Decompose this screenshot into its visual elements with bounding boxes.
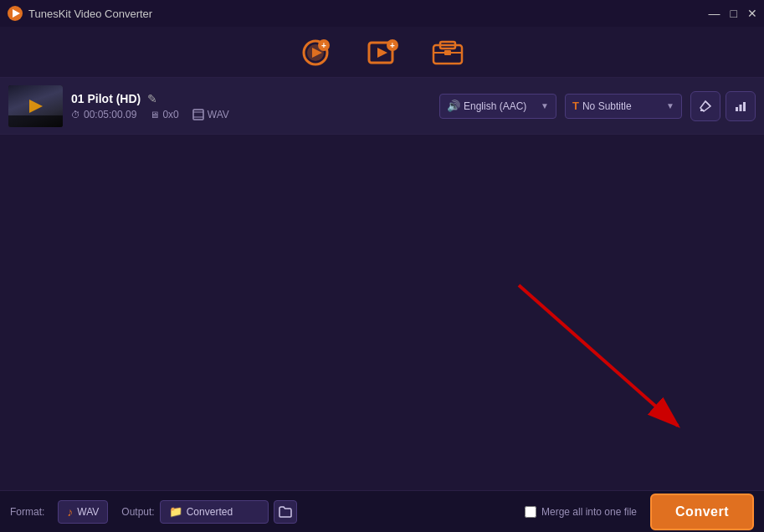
- subtitle-icon: T: [572, 100, 579, 112]
- convert-button[interactable]: Convert: [650, 494, 754, 530]
- merge-checkbox[interactable]: [525, 506, 536, 518]
- audio-icon: 🔊: [447, 100, 460, 112]
- merge-label[interactable]: Merge all into one file: [541, 506, 637, 518]
- file-area: 01 Pilot (HD) ✎ ⏱ 00:05:00.09 🖥 0x0: [0, 78, 764, 135]
- output-section: Output: 📁 Converted: [121, 500, 296, 524]
- minimize-button[interactable]: —: [709, 8, 720, 19]
- toolbox-button[interactable]: [428, 35, 468, 70]
- file-info: 01 Pilot (HD) ✎ ⏱ 00:05:00.09 🖥 0x0: [71, 92, 431, 120]
- resolution-meta: 🖥 0x0: [150, 109, 178, 120]
- format-value-box: ♪ WAV: [58, 500, 108, 524]
- maximize-button[interactable]: □: [731, 8, 737, 19]
- clock-icon: ⏱: [71, 110, 80, 120]
- add-video-button[interactable]: +: [297, 35, 337, 70]
- stats-icon: [734, 100, 747, 113]
- svg-rect-19: [736, 107, 738, 111]
- title-bar-controls: — □ ✕: [709, 8, 757, 19]
- add-blu-ray-button[interactable]: +: [362, 35, 403, 70]
- title-bar: TunesKit Video Converter — □ ✕: [0, 0, 764, 27]
- bottom-bar: Format: ♪ WAV Output: 📁 Converted Merge …: [0, 490, 764, 532]
- title-bar-left: TunesKit Video Converter: [7, 5, 152, 22]
- file-thumbnail: [8, 85, 63, 127]
- svg-line-18: [705, 101, 710, 106]
- edit-settings-icon: [699, 100, 712, 113]
- svg-text:+: +: [390, 41, 395, 50]
- format-label: Format:: [10, 506, 44, 518]
- svg-text:+: +: [321, 41, 326, 50]
- app-logo: [7, 5, 23, 22]
- merge-checkbox-area: Merge all into one file: [525, 506, 637, 518]
- toolbar: + +: [0, 27, 764, 78]
- audio-dropdown-arrow: ▼: [541, 101, 549, 110]
- audio-track-value: English (AAC): [464, 100, 526, 112]
- output-value-box: 📁 Converted: [160, 500, 269, 524]
- action-buttons: [690, 91, 756, 121]
- browse-folder-button[interactable]: [274, 500, 297, 524]
- stats-button[interactable]: [726, 91, 756, 121]
- audio-track-select[interactable]: 🔊 English (AAC) ▼: [439, 94, 556, 119]
- monitor-icon: 🖥: [150, 110, 159, 120]
- edit-icon[interactable]: ✎: [147, 92, 157, 105]
- format-value: WAV: [208, 109, 229, 120]
- output-label: Output:: [121, 506, 154, 518]
- svg-rect-21: [743, 102, 746, 111]
- film-icon: [192, 109, 204, 120]
- subtitle-value: No Subtitle: [582, 100, 632, 112]
- format-meta: WAV: [192, 109, 229, 120]
- add-video-icon-wrap: +: [297, 35, 337, 70]
- file-meta: ⏱ 00:05:00.09 🖥 0x0 WAV: [71, 109, 431, 120]
- subtitle-select[interactable]: T No Subtitle ▼: [565, 94, 682, 119]
- file-name: 01 Pilot (HD): [71, 92, 141, 105]
- duration-meta: ⏱ 00:05:00.09: [71, 109, 136, 120]
- svg-line-23: [519, 285, 678, 426]
- content-area: [0, 135, 764, 453]
- app-title: TunesKit Video Converter: [28, 8, 152, 20]
- open-folder-icon: [279, 506, 292, 518]
- svg-rect-20: [740, 105, 742, 111]
- file-row: 01 Pilot (HD) ✎ ⏱ 00:05:00.09 🖥 0x0: [0, 78, 764, 135]
- output-bottom-value: Converted: [187, 506, 233, 518]
- output-folder-icon: 📁: [169, 505, 182, 518]
- edit-settings-button[interactable]: [690, 91, 720, 121]
- svg-marker-8: [377, 48, 387, 58]
- svg-rect-14: [444, 50, 451, 55]
- close-button[interactable]: ✕: [747, 8, 757, 19]
- format-bottom-value: WAV: [77, 506, 99, 518]
- duration-value: 00:05:00.09: [84, 109, 136, 120]
- wav-file-icon: ♪: [67, 505, 73, 519]
- toolbox-icon-wrap: [428, 35, 468, 70]
- file-name-row: 01 Pilot (HD) ✎: [71, 92, 431, 105]
- add-blu-ray-icon-wrap: +: [362, 35, 403, 70]
- arrow-container: [0, 135, 764, 453]
- subtitle-dropdown-arrow: ▼: [666, 101, 674, 110]
- resolution-value: 0x0: [162, 109, 178, 120]
- arrow-annotation: [0, 135, 764, 453]
- svg-rect-15: [193, 110, 203, 120]
